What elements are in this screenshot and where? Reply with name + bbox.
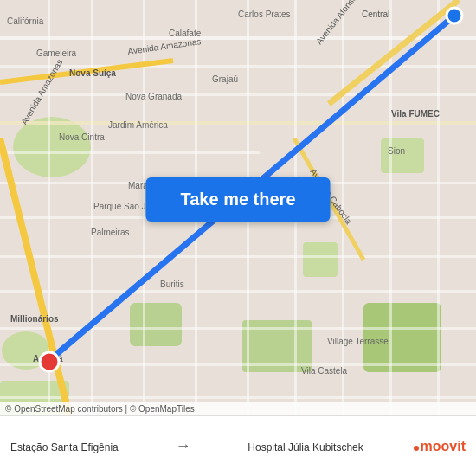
svg-point-1 bbox=[13, 117, 91, 177]
svg-text:Gameleira: Gameleira bbox=[36, 48, 77, 58]
svg-text:Carlos Prates: Carlos Prates bbox=[238, 10, 291, 19]
svg-text:Buritis: Buritis bbox=[160, 280, 184, 289]
svg-text:Vila FUMEC: Vila FUMEC bbox=[391, 109, 440, 119]
map-container: Califórnia Gameleira Nova Suíça Calafate… bbox=[0, 0, 476, 415]
svg-rect-12 bbox=[0, 121, 476, 125]
svg-rect-19 bbox=[0, 363, 476, 366]
svg-rect-29 bbox=[437, 0, 440, 415]
take-me-there-button[interactable]: Take me there bbox=[145, 177, 330, 222]
svg-rect-13 bbox=[0, 151, 260, 154]
bottom-bar: Estação Santa Efigênia → Hospital Júlia … bbox=[0, 415, 476, 476]
moovit-logo: moovit bbox=[414, 439, 466, 454]
svg-text:Village Terrasse: Village Terrasse bbox=[327, 337, 389, 346]
svg-rect-9 bbox=[0, 36, 476, 40]
svg-text:Millionários: Millionários bbox=[10, 314, 59, 324]
svg-point-61 bbox=[447, 8, 462, 23]
svg-text:Sion: Sion bbox=[388, 146, 405, 156]
attribution-text: © OpenStreetMap contributors | © OpenMap… bbox=[5, 404, 195, 414]
svg-text:Jardim América: Jardim América bbox=[108, 120, 168, 130]
svg-rect-16 bbox=[0, 255, 476, 258]
moovit-dot-icon bbox=[414, 446, 419, 451]
map-attribution: © OpenStreetMap contributors | © OpenMap… bbox=[0, 402, 476, 415]
svg-text:Nova Granada: Nova Granada bbox=[125, 92, 182, 101]
from-station: Estação Santa Efigênia bbox=[10, 439, 119, 454]
svg-rect-28 bbox=[389, 0, 392, 415]
svg-rect-4 bbox=[303, 242, 338, 277]
svg-text:Nova Suíça: Nova Suíça bbox=[69, 68, 116, 78]
svg-text:Palmeiras: Palmeiras bbox=[91, 228, 129, 237]
svg-text:Central: Central bbox=[362, 10, 389, 19]
svg-rect-6 bbox=[130, 303, 182, 346]
moovit-logo-text: moovit bbox=[421, 439, 466, 453]
svg-text:Grajaú: Grajaú bbox=[212, 74, 238, 84]
svg-rect-17 bbox=[0, 290, 476, 293]
svg-text:Califórnia: Califórnia bbox=[7, 16, 44, 26]
svg-text:Vila Castela: Vila Castela bbox=[301, 366, 348, 376]
to-station: Hospital Júlia Kubitschek bbox=[248, 439, 363, 454]
svg-rect-18 bbox=[0, 327, 476, 330]
svg-rect-11 bbox=[0, 93, 476, 96]
svg-rect-20 bbox=[0, 396, 476, 399]
svg-rect-10 bbox=[0, 65, 476, 68]
svg-point-60 bbox=[40, 352, 59, 371]
svg-rect-8 bbox=[381, 138, 424, 173]
direction-arrow-icon: → bbox=[176, 437, 191, 455]
svg-text:Nova Cintra: Nova Cintra bbox=[59, 132, 105, 142]
